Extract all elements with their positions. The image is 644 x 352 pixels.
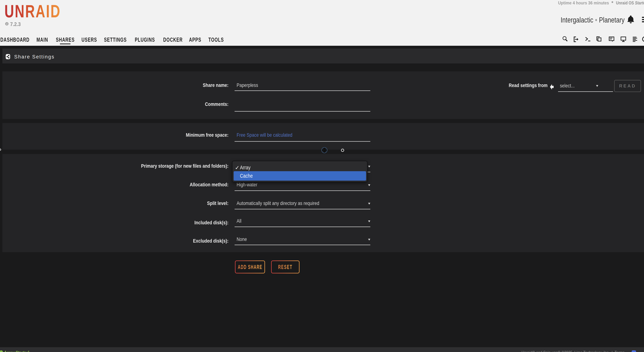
svg-text:UNRAID: UNRAID — [4, 4, 61, 18]
